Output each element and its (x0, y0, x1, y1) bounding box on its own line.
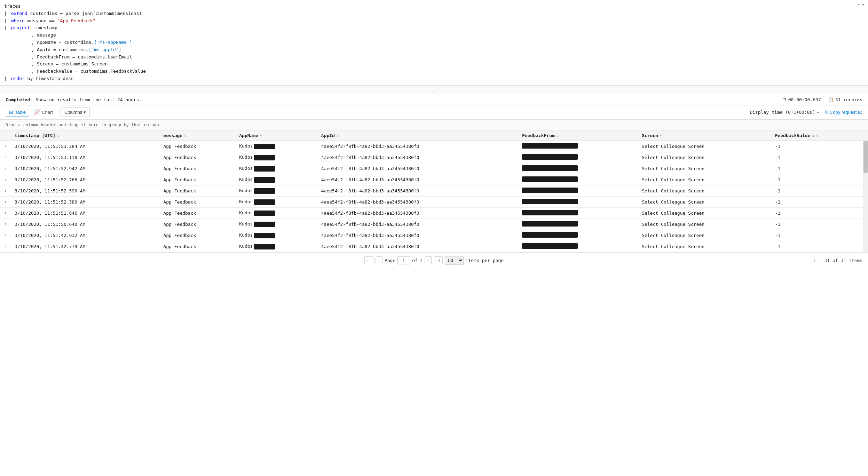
display-time-selector[interactable]: Display time (UTC+00:00) ▾ (750, 110, 819, 115)
table-row: › 3/10/2020, 11:51:52.942 AM App Feedbac… (0, 163, 868, 174)
cell-timestamp: 3/10/2020, 11:51:42.779 AM (11, 241, 160, 252)
records-icon: 📋 (828, 97, 834, 102)
code-line-orderby: | order by timestamp desc (4, 75, 864, 82)
row-expand-button[interactable]: › (3, 143, 8, 149)
cell-screen: Select Colleague Screen (638, 196, 772, 207)
copy-request-button[interactable]: ⧉ Copy request ID (825, 109, 862, 115)
row-expand-button[interactable]: › (3, 199, 8, 205)
display-time-label: Display time (UTC+00:00) (750, 110, 815, 115)
chevron-down-icon: ▾ (84, 110, 86, 115)
code-line-feedbackfrom: , FeedbackFrom = customdims.UserEmail (4, 54, 864, 61)
row-expander-cell: › (0, 230, 11, 241)
cell-message: App Feedback (160, 207, 236, 219)
tab-chart[interactable]: 📈 Chart (31, 108, 56, 117)
cell-appname: Kudos (236, 230, 318, 241)
appname-redacted (254, 166, 275, 172)
cell-timestamp: 3/10/2020, 11:51:52.766 AM (11, 174, 160, 185)
cell-message: App Feedback (160, 141, 236, 152)
cell-message: App Feedback (160, 196, 236, 207)
cell-appid: 4aee54f2-f8fb-4a82-bbd3-aa34554380f0 (318, 174, 519, 185)
cell-timestamp: 3/10/2020, 11:51:53.110 AM (11, 152, 160, 163)
row-expander-cell: › (0, 141, 11, 152)
row-expander-cell: › (0, 207, 11, 219)
message-filter-icon[interactable]: ▽ (184, 133, 187, 138)
records-count: 31 records (835, 97, 862, 102)
tab-table[interactable]: ⊞ Table (6, 108, 29, 117)
appname-redacted (254, 155, 275, 160)
next-page-button[interactable]: › (425, 256, 432, 264)
dropdown-chevron-icon: ▾ (816, 110, 819, 115)
cell-feedbackfrom (519, 219, 638, 230)
row-expander-cell: › (0, 152, 11, 163)
status-completed-text: Completed (6, 97, 30, 102)
code-line-message: , message (4, 32, 864, 39)
cell-screen: Select Colleague Screen (638, 185, 772, 196)
row-expand-button[interactable]: › (3, 210, 8, 216)
page-label: Page (385, 258, 395, 263)
status-right: ⏱ 00:00:00.697 📋 31 records (782, 97, 862, 102)
status-time: ⏱ 00:00:00.697 (782, 97, 821, 102)
code-line-traces: traces (4, 3, 864, 10)
cell-appname: Kudos (236, 241, 318, 252)
timestamp-filter-icon[interactable]: ▽ (57, 133, 60, 138)
table-tab-label: Table (15, 110, 26, 115)
clock-icon: ⏱ (782, 97, 787, 102)
toolbar-right: Display time (UTC+00:00) ▾ ⧉ Copy reques… (750, 109, 862, 115)
cell-timestamp: 3/10/2020, 11:51:52.380 AM (11, 196, 160, 207)
cell-appid: 4aee54f2-f8fb-4a82-bbd3-aa34554380f0 (318, 163, 519, 174)
columns-button[interactable]: Columns ▾ (61, 108, 90, 117)
copy-request-label: Copy request ID (830, 110, 862, 115)
cell-feedbackvalue: -1 (772, 196, 868, 207)
page-input[interactable] (397, 256, 410, 264)
feedbackfrom-filter-icon[interactable]: ▽ (557, 133, 559, 138)
feedbackfrom-redacted (522, 199, 578, 204)
screen-filter-icon[interactable]: ▽ (660, 133, 662, 138)
row-expand-button[interactable]: › (3, 232, 8, 238)
cell-message: App Feedback (160, 152, 236, 163)
cell-appname: Kudos (236, 207, 318, 219)
cell-screen: Select Colleague Screen (638, 141, 772, 152)
cell-timestamp: 3/10/2020, 11:51:50.640 AM (11, 219, 160, 230)
cell-timestamp: 3/10/2020, 11:51:52.942 AM (11, 163, 160, 174)
results-table-wrapper[interactable]: timestamp [UTC] ▽ message ▽ AppName (0, 130, 868, 252)
appname-redacted (254, 144, 275, 149)
col-appid-header: AppId ▽ (318, 130, 519, 141)
cell-timestamp: 3/10/2020, 11:51:52.590 AM (11, 185, 160, 196)
table-row: › 3/10/2020, 11:51:52.766 AM App Feedbac… (0, 174, 868, 185)
row-expand-button[interactable]: › (3, 176, 8, 183)
cell-feedbackfrom (519, 174, 638, 185)
row-expander-cell: › (0, 163, 11, 174)
appname-redacted (254, 188, 275, 194)
row-expand-button[interactable]: › (3, 221, 8, 227)
row-expand-button[interactable]: › (3, 243, 8, 249)
row-expand-button[interactable]: › (3, 154, 8, 160)
appname-filter-icon[interactable]: ▽ (260, 133, 262, 138)
toolbar-left: ⊞ Table 📈 Chart Columns ▾ (6, 108, 90, 117)
last-page-button[interactable]: ⊣ (434, 256, 443, 264)
feedbackvalue-filter-icon[interactable]: ▽ (816, 133, 819, 138)
code-line-feedbackvalue: , FeedbackValue = customdims.FeedbackVal… (4, 68, 864, 75)
chart-icon: 📈 (34, 109, 40, 115)
first-page-button[interactable]: ⊢ (364, 256, 373, 264)
row-expander-cell: › (0, 219, 11, 230)
vertical-scrollbar[interactable] (863, 130, 868, 252)
cell-appid: 4aee54f2-f8fb-4a82-bbd3-aa34554380f0 (318, 241, 519, 252)
per-page-select[interactable]: 50 100 200 (445, 256, 464, 265)
appname-redacted (254, 222, 275, 227)
drag-hint: Drag a column header and drop it here to… (0, 120, 868, 130)
col-expander-header (0, 130, 11, 141)
collapse-button[interactable]: ⌃⌃ (856, 3, 865, 9)
row-expand-button[interactable]: › (3, 165, 8, 172)
cell-feedbackvalue: -1 (772, 174, 868, 185)
cell-timestamp: 3/10/2020, 11:51:51.646 AM (11, 207, 160, 219)
row-expand-button[interactable]: › (3, 188, 8, 194)
prev-page-button[interactable]: ‹ (376, 256, 382, 264)
appid-filter-icon[interactable]: ▽ (337, 133, 339, 138)
execution-time: 00:00:00.697 (788, 97, 821, 102)
cell-feedbackfrom (519, 152, 638, 163)
cell-appid: 4aee54f2-f8fb-4a82-bbd3-aa34554380f0 (318, 152, 519, 163)
items-per-page-label: items per page (466, 258, 504, 263)
table-row: › 3/10/2020, 11:51:50.640 AM App Feedbac… (0, 219, 868, 230)
cell-screen: Select Colleague Screen (638, 230, 772, 241)
total-pages: 1 (420, 258, 423, 263)
